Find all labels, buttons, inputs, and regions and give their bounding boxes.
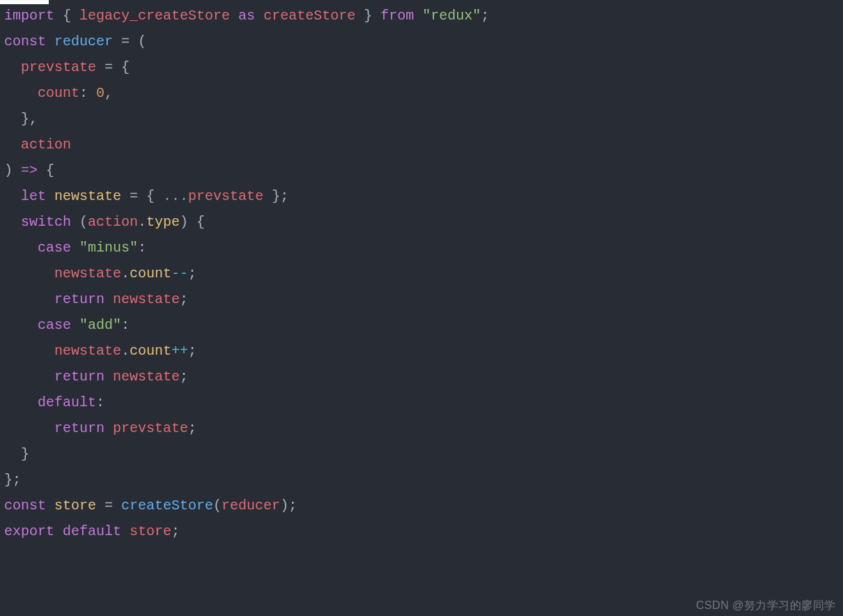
identifier: newstate bbox=[113, 291, 180, 307]
string-literal: "redux" bbox=[422, 8, 481, 24]
code-line: action bbox=[4, 137, 71, 153]
number-literal: 0 bbox=[96, 85, 105, 101]
identifier: legacy_createStore bbox=[79, 8, 230, 24]
code-editor[interactable]: import { legacy_createStore as createSto… bbox=[0, 0, 843, 616]
keyword-switch: switch bbox=[21, 214, 71, 230]
keyword-const: const bbox=[4, 33, 46, 49]
property-type: type bbox=[146, 214, 180, 230]
keyword-return: return bbox=[54, 420, 105, 436]
keyword-import: import bbox=[4, 8, 54, 24]
param-action: action bbox=[21, 137, 71, 153]
keyword-as: as bbox=[238, 8, 255, 24]
function-call: createStore bbox=[121, 498, 213, 514]
code-line: const reducer = ( bbox=[4, 33, 146, 49]
identifier: newstate bbox=[113, 369, 180, 385]
variable-reducer: reducer bbox=[54, 33, 113, 49]
identifier: newstate bbox=[54, 265, 121, 282]
property-count: count bbox=[38, 85, 79, 101]
code-line: let newstate = { ...prevstate }; bbox=[4, 188, 288, 204]
keyword-const: const bbox=[4, 498, 46, 514]
string-literal: "minus" bbox=[79, 240, 138, 256]
code-line: count: 0, bbox=[4, 85, 113, 101]
keyword-case: case bbox=[38, 240, 71, 256]
code-line: return newstate; bbox=[4, 369, 188, 385]
identifier: store bbox=[130, 523, 171, 539]
identifier: reducer bbox=[222, 498, 280, 514]
code-line: default: bbox=[4, 394, 105, 410]
property-count: count bbox=[130, 343, 171, 359]
code-line: }, bbox=[4, 111, 38, 127]
keyword-case: case bbox=[38, 317, 71, 333]
watermark: CSDN @努力学习的廖同学 bbox=[696, 599, 836, 613]
code-line: export default store; bbox=[4, 523, 180, 539]
string-literal: "add" bbox=[79, 317, 121, 333]
identifier: action bbox=[88, 214, 138, 230]
code-line: prevstate = { bbox=[4, 59, 130, 75]
top-notch bbox=[0, 0, 49, 4]
code-line: return newstate; bbox=[4, 291, 188, 307]
increment-operator: ++ bbox=[171, 343, 188, 359]
property-count: count bbox=[130, 265, 171, 282]
code-line: switch (action.type) { bbox=[4, 214, 205, 230]
arrow: => bbox=[21, 162, 38, 178]
code-line: const store = createStore(reducer); bbox=[4, 498, 297, 514]
variable-store: store bbox=[54, 498, 96, 514]
keyword-default: default bbox=[38, 394, 96, 410]
keyword-let: let bbox=[21, 188, 46, 204]
identifier: prevstate bbox=[188, 188, 263, 204]
keyword-return: return bbox=[54, 291, 105, 307]
keyword-from: from bbox=[380, 8, 414, 24]
identifier: newstate bbox=[54, 343, 121, 359]
code-line: case "add": bbox=[4, 317, 130, 333]
decrement-operator: -- bbox=[171, 265, 188, 282]
code-line: newstate.count++; bbox=[4, 343, 196, 359]
param-prevstate: prevstate bbox=[21, 59, 96, 75]
code-line: }; bbox=[4, 472, 21, 488]
code-line: import { legacy_createStore as createSto… bbox=[4, 8, 489, 24]
code-line: } bbox=[4, 446, 29, 462]
code-line: newstate.count--; bbox=[4, 265, 196, 282]
keyword-default: default bbox=[63, 523, 121, 539]
spread-operator: ... bbox=[163, 188, 188, 204]
keyword-export: export bbox=[4, 523, 54, 539]
keyword-return: return bbox=[54, 369, 105, 385]
code-line: ) => { bbox=[4, 162, 54, 178]
variable-newstate: newstate bbox=[54, 188, 121, 204]
identifier: prevstate bbox=[113, 420, 188, 436]
code-line: case "minus": bbox=[4, 240, 146, 256]
code-line: return prevstate; bbox=[4, 420, 196, 436]
identifier: createStore bbox=[263, 8, 355, 24]
